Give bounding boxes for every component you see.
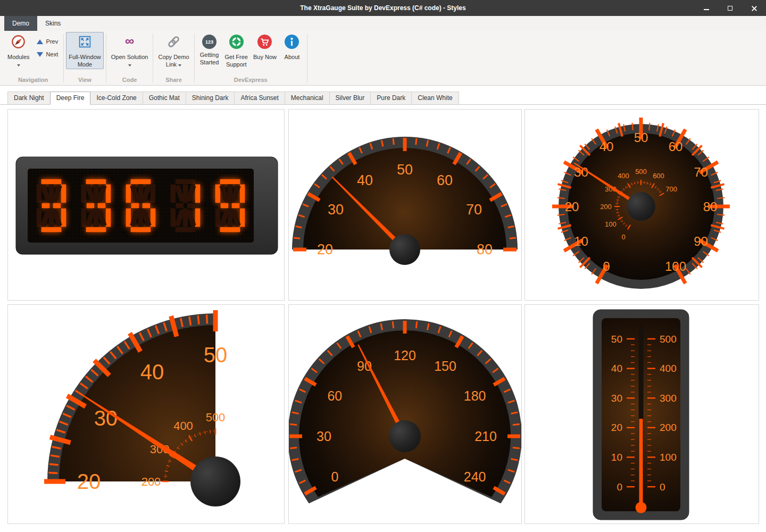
getting-started-label-1: Getting — [200, 52, 219, 58]
ribbon-group-navigation: Modules Prev Next Navigation — [3, 31, 63, 85]
close-button[interactable] — [742, 0, 766, 16]
digital-gauge — [8, 110, 284, 300]
quarter-gau ge: 20030040050020304050 — [8, 305, 284, 523]
skin-tab-dark-night[interactable]: Dark Night — [7, 92, 51, 104]
svg-text:500: 500 — [635, 168, 647, 176]
full-window-icon — [78, 35, 92, 51]
gauge-panel-thermometer: 010203040500100200300400500 — [524, 304, 759, 524]
full-window-mode-button[interactable]: Full-WindowMode — [66, 32, 104, 69]
open-solution-label: Open Solution — [111, 54, 148, 60]
copy-demo-link-button[interactable]: Copy DemoLink — [155, 32, 192, 69]
svg-text:40: 40 — [611, 363, 622, 374]
up-triangle-icon — [37, 39, 43, 44]
copy-demo-label-2: Link — [166, 61, 177, 68]
svg-text:100: 100 — [660, 452, 677, 463]
skin-tab-silver-blur[interactable]: Silver Blur — [329, 92, 371, 104]
skin-tab-mechanical[interactable]: Mechanical — [285, 92, 330, 104]
svg-text:200: 200 — [600, 203, 612, 211]
modules-button[interactable]: Modules — [5, 32, 32, 69]
buy-now-button[interactable]: Buy Now — [251, 32, 279, 69]
svg-text:120: 120 — [394, 348, 416, 363]
svg-text:200: 200 — [141, 475, 161, 488]
svg-text:70: 70 — [694, 165, 708, 179]
svg-text:50: 50 — [397, 162, 413, 178]
support-label-2: Support — [226, 61, 247, 68]
link-icon — [166, 35, 181, 51]
minimize-button[interactable] — [694, 0, 718, 16]
visual-studio-icon: ∞ — [122, 35, 137, 51]
maximize-icon — [728, 6, 732, 11]
copy-demo-label-1: Copy Demo — [158, 54, 189, 60]
dropdown-arrow-icon — [128, 64, 131, 66]
svg-text:500: 500 — [206, 411, 226, 424]
window-title: The XtraGauge Suite by DevExpress (C# co… — [0, 0, 766, 16]
svg-text:300: 300 — [660, 393, 677, 404]
full-window-label-2: Mode — [78, 61, 93, 68]
skin-tab-africa-sunset[interactable]: Africa Sunset — [234, 92, 285, 104]
svg-text:100: 100 — [605, 220, 617, 228]
group-caption-share: Share — [155, 76, 192, 85]
ribbon-tab-skins[interactable]: Skins — [37, 16, 69, 31]
skin-tab-gothic-mat[interactable]: Gothic Mat — [143, 92, 186, 104]
svg-text:150: 150 — [434, 359, 456, 373]
svg-text:50: 50 — [611, 334, 622, 345]
skin-tab-deep-fire[interactable]: Deep Fire — [50, 92, 91, 105]
lifebuoy-icon — [229, 35, 244, 51]
get-free-support-button[interactable]: Get FreeSupport — [222, 32, 251, 69]
ribbon-group-view: Full-WindowMode View — [64, 31, 105, 85]
group-separator — [194, 34, 195, 82]
svg-text:400: 400 — [173, 419, 193, 433]
svg-text:80: 80 — [477, 242, 493, 257]
svg-text:500: 500 — [660, 334, 677, 345]
thermometer-gauge: 010203040500100200300400500 — [525, 305, 759, 523]
gauge-panel-quarter: 20030040050020304050 — [7, 304, 285, 524]
svg-text:20: 20 — [611, 422, 622, 433]
svg-text:400: 400 — [660, 363, 677, 374]
svg-text:20: 20 — [77, 470, 101, 493]
svg-text:20: 20 — [317, 242, 333, 257]
about-label: About — [285, 54, 300, 60]
mercury-column — [639, 419, 643, 506]
getting-started-label-2: Started — [200, 59, 219, 65]
prev-button[interactable]: Prev — [37, 38, 59, 45]
getting-started-button[interactable]: 123 GettingStarted — [197, 32, 222, 67]
next-button[interactable]: Next — [37, 51, 59, 57]
wide-arc-gauge: 0306090120150180210240 — [289, 305, 521, 523]
skin-tab-shining-dark[interactable]: Shining Dark — [186, 92, 235, 104]
svg-text:40: 40 — [600, 139, 614, 154]
minimize-icon — [704, 9, 709, 10]
svg-text:240: 240 — [464, 469, 486, 484]
dropdown-arrow-icon — [178, 64, 181, 66]
needle-hub — [389, 234, 420, 265]
ribbon: Modules Prev Next Navigation — [0, 31, 766, 86]
needle-hub — [190, 456, 240, 506]
skin-tab-strip: Dark NightDeep FireIce-Cold ZoneGothic M… — [0, 92, 766, 105]
ribbon-tab-demo[interactable]: Demo — [4, 16, 37, 31]
ribbon-tab-strip: Demo Skins — [0, 16, 766, 31]
svg-text:90: 90 — [694, 234, 708, 248]
svg-text:0: 0 — [621, 233, 625, 241]
needle-hub — [389, 420, 421, 452]
svg-text:0: 0 — [660, 481, 665, 493]
open-solution-button[interactable]: ∞ Open Solution — [109, 32, 151, 69]
svg-text:10: 10 — [574, 234, 588, 248]
ribbon-group-share: Copy DemoLink Share — [154, 31, 193, 85]
svg-text:100: 100 — [665, 259, 686, 273]
about-button[interactable]: About — [279, 32, 305, 69]
info-icon — [285, 35, 299, 51]
svg-text:0: 0 — [331, 469, 338, 484]
skin-tab-clean-white[interactable]: Clean White — [411, 92, 459, 104]
close-icon — [751, 5, 757, 11]
needle-hub — [627, 192, 655, 221]
maximize-button[interactable] — [718, 0, 742, 16]
full-window-label-1: Full-Window — [69, 54, 101, 60]
skin-tab-pure-dark[interactable]: Pure Dark — [370, 92, 412, 104]
titlebar: The XtraGauge Suite by DevExpress (C# co… — [0, 0, 766, 16]
window-controls — [694, 0, 766, 16]
svg-text:200: 200 — [660, 422, 677, 433]
skin-tab-ice-cold-zone[interactable]: Ice-Cold Zone — [90, 92, 143, 104]
svg-text:10: 10 — [611, 452, 622, 463]
svg-text:600: 600 — [653, 172, 664, 180]
svg-text:20: 20 — [565, 200, 579, 214]
cart-icon — [257, 35, 272, 51]
